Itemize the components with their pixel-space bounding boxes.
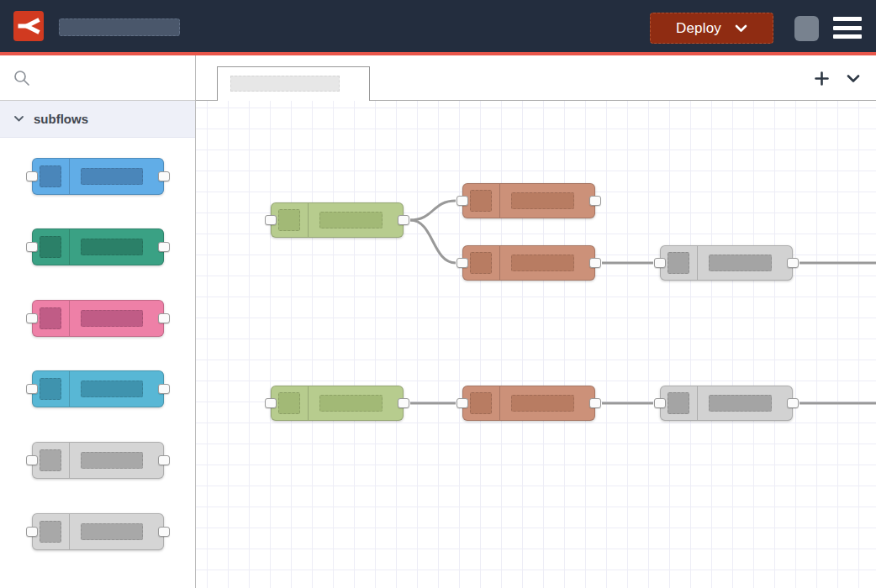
node-label-placeholder: [709, 395, 772, 412]
node-label-placeholder: [319, 395, 383, 412]
node-icon: [40, 165, 61, 187]
search-icon: [13, 70, 30, 87]
flow-canvas[interactable]: [196, 101, 876, 588]
node-icon: [40, 378, 61, 400]
node-icon: [668, 392, 689, 414]
node-label-placeholder: [81, 381, 143, 397]
node-output-port[interactable]: [158, 171, 170, 181]
deploy-button[interactable]: Deploy: [650, 13, 773, 44]
node-icon: [278, 209, 300, 231]
flow-node-grey-1[interactable]: [660, 245, 793, 281]
flow-tab-label-placeholder: [230, 76, 340, 92]
node-icon-region: [33, 301, 70, 336]
node-label-placeholder: [319, 212, 383, 228]
node-output-port[interactable]: [158, 455, 170, 465]
flow-node-green-1[interactable]: [271, 202, 404, 238]
node-output-port[interactable]: [787, 258, 799, 268]
node-icon: [40, 521, 61, 543]
palette-category-label: subflows: [34, 112, 88, 126]
node-label-placeholder: [511, 395, 574, 412]
node-output-port[interactable]: [398, 398, 409, 408]
node-output-port[interactable]: [589, 398, 601, 408]
node-label-placeholder: [81, 239, 143, 255]
node-icon-region: [463, 386, 500, 420]
node-label-placeholder: [81, 168, 143, 185]
flow-tab[interactable]: [217, 66, 370, 101]
palette-node-blue[interactable]: [32, 158, 164, 195]
flow-node-salmon-1[interactable]: [462, 183, 595, 218]
hamburger-menu-icon[interactable]: [833, 17, 862, 39]
flow-node-grey-2[interactable]: [660, 386, 793, 421]
node-icon-region: [33, 514, 70, 549]
node-icon: [40, 236, 61, 258]
node-label-placeholder: [81, 523, 143, 540]
palette-search[interactable]: [0, 55, 195, 101]
node-icon: [470, 252, 492, 274]
node-icon-region: [661, 246, 698, 280]
palette-node-grey-1[interactable]: [32, 442, 164, 479]
header-title-placeholder: [59, 18, 180, 36]
chevron-down-icon: [847, 74, 860, 83]
chevron-down-icon: [735, 24, 747, 33]
node-icon: [40, 307, 61, 329]
node-icon-region: [33, 443, 70, 478]
node-icon-region: [33, 371, 70, 407]
node-output-port[interactable]: [398, 215, 409, 225]
node-label-placeholder: [511, 192, 574, 209]
node-icon: [668, 252, 689, 274]
palette-node-pink[interactable]: [32, 300, 164, 337]
node-icon-region: [272, 386, 309, 420]
node-icon-region: [463, 184, 500, 218]
node-label-placeholder: [511, 255, 574, 271]
chevron-down-icon: [14, 116, 24, 122]
user-button[interactable]: [794, 16, 819, 41]
node-icon-region: [463, 246, 500, 280]
flow-list-button[interactable]: [844, 69, 863, 87]
node-output-port[interactable]: [589, 258, 601, 268]
node-red-logo-icon: [13, 11, 44, 41]
node-output-port[interactable]: [158, 384, 170, 394]
palette-sidebar: subflows: [0, 55, 196, 588]
flow-node-green-2[interactable]: [271, 386, 404, 421]
node-icon-region: [33, 159, 70, 194]
palette-node-grey-2[interactable]: [32, 513, 164, 550]
node-icon: [470, 392, 492, 414]
node-label-placeholder: [709, 255, 772, 271]
node-icon: [470, 190, 492, 212]
flow-node-salmon-3[interactable]: [462, 386, 595, 421]
workspace-tabbar: [196, 55, 876, 101]
deploy-button-label: Deploy: [676, 20, 721, 37]
node-icon: [40, 449, 61, 471]
node-icon-region: [272, 203, 309, 237]
node-label-placeholder: [81, 452, 143, 469]
node-icon-region: [661, 386, 698, 420]
node-label-placeholder: [81, 310, 143, 327]
flow-node-salmon-2[interactable]: [462, 245, 595, 281]
palette-node-cyan[interactable]: [32, 370, 164, 407]
node-output-port[interactable]: [158, 527, 170, 537]
node-output-port[interactable]: [158, 242, 170, 252]
flow-node-layer: [196, 101, 876, 588]
node-icon-region: [33, 229, 70, 265]
node-output-port[interactable]: [787, 398, 799, 408]
node-icon: [278, 392, 300, 414]
node-output-port[interactable]: [589, 196, 601, 206]
plus-icon: [815, 71, 829, 86]
node-output-port[interactable]: [158, 313, 170, 323]
palette-node-green[interactable]: [32, 228, 164, 265]
palette-category-subflows[interactable]: subflows: [0, 101, 195, 138]
header-bar: Deploy: [0, 0, 876, 52]
workspace: [196, 55, 876, 588]
add-flow-button[interactable]: [812, 69, 831, 87]
